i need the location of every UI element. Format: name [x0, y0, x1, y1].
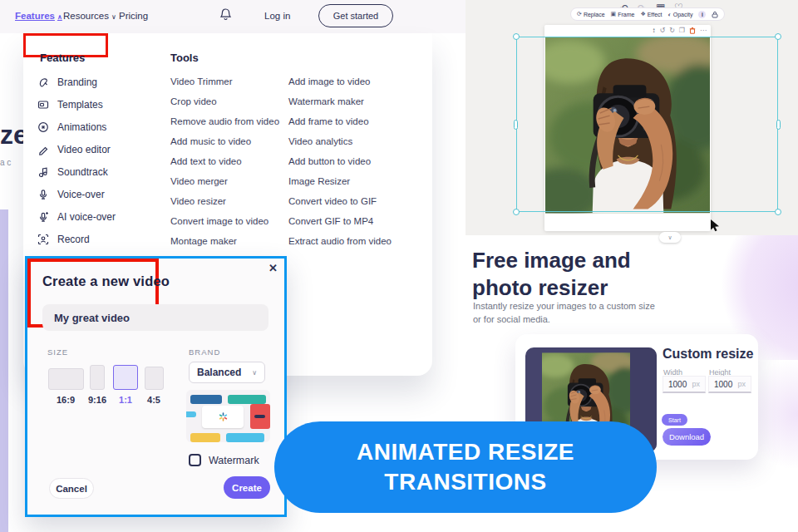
more-icon[interactable]: ⋯: [700, 27, 707, 34]
effect-button[interactable]: ❖Effect: [640, 11, 662, 17]
width-input[interactable]: 1000 px: [663, 376, 706, 393]
screenshot-root: ze a c Features∧ Resources∨ Pricing Log …: [0, 0, 798, 532]
animated-resize-banner: ANIMATED RESIZE TRANSITIONS: [274, 421, 657, 513]
hero-text-fragment: ze: [0, 120, 23, 155]
replace-button[interactable]: ⟳Replace: [577, 11, 605, 17]
tool-video-to-gif[interactable]: Convert video to GIF: [288, 196, 377, 206]
rotate-left-icon[interactable]: ↺: [659, 27, 665, 34]
bell-icon[interactable]: [219, 7, 232, 24]
resizer-subtitle: Instantly resize your images to a custom…: [473, 299, 660, 326]
tool-add-frame[interactable]: Add frame to video: [288, 116, 369, 126]
banner-line1: ANIMATED RESIZE: [357, 437, 574, 467]
page-accent-strip: [0, 209, 8, 532]
tool-watermark-maker[interactable]: Watermark maker: [288, 96, 364, 106]
brand-logo-card: [202, 406, 244, 428]
nav-resources-link[interactable]: Resources∨: [63, 11, 116, 21]
replace-icon: ⟳: [577, 11, 582, 17]
rotate-right-icon[interactable]: ↻: [669, 27, 675, 34]
tool-convert-image[interactable]: Convert image to video: [170, 216, 268, 226]
size-option-4-5[interactable]: 4:5: [142, 358, 165, 405]
features-heading: Features: [40, 52, 85, 64]
nav-login-link[interactable]: Log in: [264, 11, 290, 21]
create-button[interactable]: Create: [224, 476, 270, 499]
menu-item-branding[interactable]: Branding: [37, 73, 162, 91]
microphone-icon: [37, 189, 49, 200]
mouse-cursor: [710, 219, 720, 232]
trash-icon[interactable]: [689, 27, 696, 34]
selection-handle-bottom-left[interactable]: [513, 209, 520, 215]
selection-handle-left[interactable]: [514, 120, 518, 130]
music-note-icon: [37, 166, 49, 178]
branding-icon: [37, 76, 49, 88]
resizer-heading: Free image and photo resizer: [472, 247, 631, 302]
modal-title: Create a new video: [42, 273, 170, 289]
record-person-icon: [37, 234, 49, 245]
tool-crop-video[interactable]: Crop video: [170, 96, 217, 106]
video-name-input[interactable]: [42, 304, 268, 331]
tool-add-music[interactable]: Add music to video: [170, 136, 251, 146]
size-option-1-1-selected[interactable]: 1:1: [111, 358, 140, 405]
animations-icon: [37, 121, 49, 133]
close-icon[interactable]: ✕: [268, 262, 278, 274]
brand-bar-yellow: [190, 433, 220, 442]
tool-extract-audio[interactable]: Extract audio from video: [288, 236, 392, 246]
ai-microphone-icon: [37, 211, 49, 223]
create-video-modal: ✕ Create a new video SIZE 16:9 9:16 1:1 …: [25, 256, 287, 517]
scroll-down-button[interactable]: ∨: [659, 232, 681, 243]
menu-item-record[interactable]: Record: [37, 230, 162, 249]
templates-icon: [37, 99, 49, 111]
watermark-checkbox-row[interactable]: Watermark: [189, 454, 259, 466]
menu-item-voice-over[interactable]: Voice-over: [37, 185, 162, 204]
size-option-9-16[interactable]: 9:16: [87, 358, 107, 405]
brand-section-label: BRAND: [189, 347, 220, 357]
info-icon[interactable]: i: [698, 11, 706, 18]
selection-handle-right[interactable]: [776, 120, 781, 130]
duplicate-icon[interactable]: ❐: [679, 27, 685, 34]
tool-gif-to-mp4[interactable]: Convert GIF to MP4: [288, 216, 373, 226]
brand-select-dropdown[interactable]: Balanced ∨: [189, 362, 265, 383]
tool-video-resizer[interactable]: Video resizer: [170, 196, 226, 206]
tool-remove-audio[interactable]: Remove audio from video: [170, 116, 279, 126]
get-started-button[interactable]: Get started: [318, 4, 393, 27]
menu-item-templates[interactable]: Templates: [37, 96, 162, 114]
selection-handle-top-right[interactable]: [775, 33, 781, 40]
brand-block-red-dash: [254, 415, 265, 418]
editor-canvas: ↶ ↷ ▦ ♡ ⟳Replace ▣Frame ❖Effect ◐Opacity…: [466, 0, 798, 235]
tool-montage-maker[interactable]: Montage maker: [170, 236, 237, 246]
tool-image-resizer[interactable]: Image Resizer: [288, 176, 350, 186]
tool-video-analytics[interactable]: Video analytics: [288, 136, 352, 146]
watermark-checkbox[interactable]: [189, 454, 201, 466]
chevron-down-icon: ∨: [111, 13, 116, 21]
opacity-button[interactable]: ◐Opacity: [667, 12, 692, 17]
selection-handle-top-left[interactable]: [513, 33, 520, 40]
frame-icon: ▣: [611, 11, 617, 17]
download-button[interactable]: Download: [663, 428, 711, 446]
size-option-16-9[interactable]: 16:9: [46, 358, 86, 405]
tool-video-trimmer[interactable]: Video Trimmer: [170, 76, 233, 86]
selection-handle-bottom-right[interactable]: [775, 209, 781, 215]
tool-video-merger[interactable]: Video merger: [170, 176, 228, 186]
selection-bounding-box[interactable]: [516, 37, 778, 212]
card-icon-row: ↕ ↺ ↻ ❐ ⋯: [652, 27, 707, 34]
frame-button[interactable]: ▣Frame: [611, 11, 635, 17]
menu-item-video-editor[interactable]: Video editor: [37, 140, 162, 159]
brand-bar-blue: [190, 395, 222, 404]
watermark-label: Watermark: [209, 455, 259, 466]
nav-features-link[interactable]: Features∧: [15, 11, 62, 21]
cancel-button[interactable]: Cancel: [49, 478, 94, 499]
tool-add-text[interactable]: Add text to video: [170, 156, 242, 166]
menu-item-ai-voice-over[interactable]: AI voice-over: [37, 208, 162, 226]
menu-item-soundtrack[interactable]: Soundtrack: [37, 163, 162, 181]
tool-add-button[interactable]: Add button to video: [288, 156, 371, 166]
resize-icon[interactable]: ↕: [652, 27, 655, 34]
start-button[interactable]: Start: [662, 414, 687, 426]
brand-bar-teal: [228, 395, 266, 404]
lock-icon[interactable]: [712, 11, 718, 18]
brand-asterisk-logo: [218, 411, 229, 422]
menu-item-animations[interactable]: Animations: [37, 118, 162, 136]
element-toolbar: ⟳Replace ▣Frame ❖Effect ◐Opacity i: [570, 7, 725, 21]
tool-add-image[interactable]: Add image to video: [288, 76, 370, 86]
effect-icon: ❖: [640, 11, 645, 17]
height-input[interactable]: 1000 px: [708, 376, 751, 393]
nav-pricing-link[interactable]: Pricing: [119, 11, 148, 21]
